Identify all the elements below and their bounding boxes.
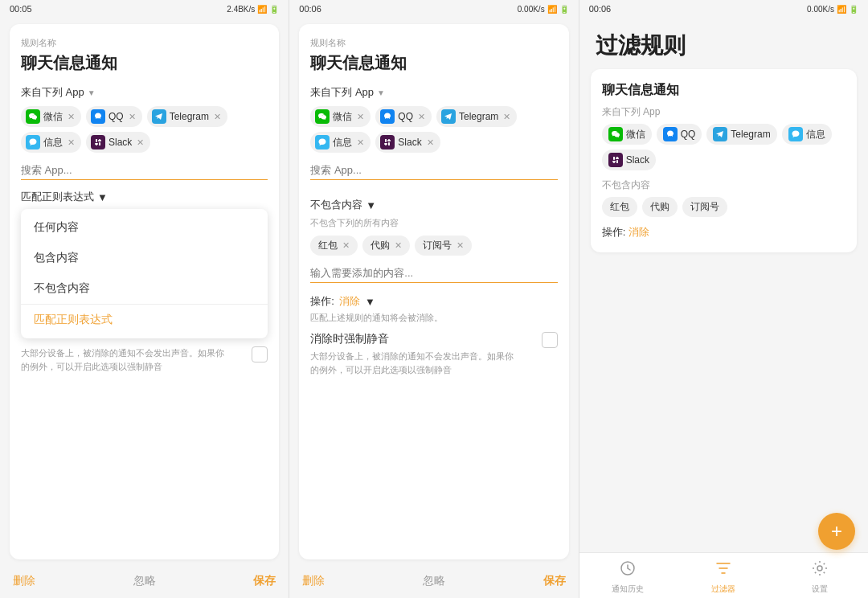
content-tag-dingyuehao-2[interactable]: 订阅号 ✕ (415, 236, 472, 256)
rule-tag-telegram-3: Telegram (706, 124, 776, 145)
wechat-close-2[interactable]: ✕ (357, 112, 364, 122)
wechat-close-1[interactable]: ✕ (68, 112, 75, 122)
svg-rect-13 (388, 142, 390, 145)
rule-app-tags-3: 微信 QQ Telegram 信息 (602, 124, 845, 170)
rule-tag-imsg-3: 信息 (782, 124, 832, 145)
action-row-2: 操作: 消除 ▼ (310, 294, 557, 309)
page-title-3: 过滤规则 (579, 18, 868, 69)
svg-rect-12 (385, 139, 387, 142)
bottom-nav-3: 通知历史 过滤器 设置 (579, 552, 868, 598)
status-bar-3: 00:06 0.00K/s 📶 🔋 (579, 0, 868, 18)
slack-icon-1 (91, 135, 105, 150)
app-tag-slack-1[interactable]: Slack ✕ (86, 132, 150, 153)
app-tag-telegram-2[interactable]: Telegram ✕ (436, 106, 517, 127)
qq-close-2[interactable]: ✕ (418, 112, 425, 122)
panel-2: 00:06 0.00K/s 📶 🔋 规则名称 聊天信息通知 来自下列 App ▼… (289, 0, 579, 598)
fab-button-3[interactable]: + (818, 513, 855, 550)
app-tag-wechat-2[interactable]: 微信 ✕ (310, 106, 371, 127)
save-button-1[interactable]: 保存 (253, 574, 276, 588)
app-tag-imsg-1[interactable]: 信息 ✕ (21, 132, 81, 153)
status-bar-1: 00:05 2.4BK/s 📶 🔋 (0, 0, 289, 18)
nav-settings[interactable]: 设置 (772, 559, 868, 595)
dropdown-regex-1[interactable]: 匹配正则表达式 (21, 304, 268, 335)
rule-card-title-3: 聊天信息通知 (602, 82, 845, 99)
settings-icon (811, 559, 829, 581)
exclude-sublabel-2: 不包含下列的所有内容 (310, 217, 557, 229)
delete-button-2[interactable]: 删除 (302, 574, 325, 588)
time-2: 00:06 (299, 4, 321, 14)
imsg-close-2[interactable]: ✕ (357, 137, 364, 148)
svg-rect-15 (387, 140, 391, 141)
ignore-button-1[interactable]: 忽略 (133, 574, 156, 588)
rule-name-label-1: 规则名称 (21, 37, 268, 49)
apps-label-1: 来自下列 App ▼ (21, 85, 268, 100)
search-app-input-1[interactable] (21, 161, 268, 180)
rule-apps-label-3: 来自下列 App (602, 105, 845, 119)
wechat-icon-2 (315, 109, 330, 124)
save-button-2[interactable]: 保存 (543, 574, 566, 588)
rule-card-3[interactable]: 聊天信息通知 来自下列 App 微信 QQ Telegram (591, 69, 857, 252)
svg-rect-5 (99, 142, 100, 145)
app-tag-telegram-1[interactable]: Telegram ✕ (147, 106, 227, 127)
svg-rect-4 (96, 139, 97, 142)
qq-icon-2 (380, 109, 395, 124)
content-add-input-2[interactable] (310, 264, 557, 283)
delete-button-1[interactable]: 删除 (13, 574, 35, 588)
rule-tag-wechat-3: 微信 (602, 124, 652, 145)
app-tag-slack-2[interactable]: Slack ✕ (375, 132, 440, 153)
rule-tag-qq-3: QQ (657, 124, 702, 145)
imsg-close-1[interactable]: ✕ (68, 137, 75, 148)
silence-row-2: 消除时强制静音 大部分设备上，被消除的通知不会发出声音。如果你的例外，可以开启此… (310, 332, 557, 376)
match-dropdown-1: 任何内容 包含内容 不包含内容 匹配正则表达式 (21, 209, 268, 338)
action-desc-2: 匹配上述规则的通知将会被消除。 (310, 312, 557, 324)
app-tag-qq-2[interactable]: QQ ✕ (375, 106, 432, 127)
dingyuehao-close-2[interactable]: ✕ (457, 240, 464, 251)
dropdown-any-1[interactable]: 任何内容 (21, 212, 268, 243)
status-icons-1: 2.4BK/s 📶 🔋 (227, 5, 279, 14)
apps-arrow-1: ▼ (88, 88, 96, 97)
app-tag-imsg-2[interactable]: 信息 ✕ (310, 132, 371, 153)
imsg-icon-2 (315, 135, 330, 150)
silence-checkbox-2[interactable] (542, 332, 558, 348)
nav-filter[interactable]: 过滤器 (675, 559, 772, 595)
app-tag-qq-1[interactable]: QQ ✕ (86, 106, 142, 127)
rule-tag-slack-3: Slack (602, 150, 656, 170)
dropdown-excludes-1[interactable]: 不包含内容 (21, 273, 268, 304)
nav-settings-label: 设置 (812, 584, 828, 595)
qq-icon-3 (663, 127, 678, 141)
slack-close-2[interactable]: ✕ (427, 137, 434, 148)
card-2: 规则名称 聊天信息通知 来自下列 App ▼ 微信 ✕ QQ ✕ (299, 24, 568, 559)
search-app-input-2[interactable] (310, 161, 557, 180)
svg-rect-20 (613, 157, 615, 160)
wechat-icon-3 (608, 127, 623, 141)
nav-history[interactable]: 通知历史 (579, 559, 676, 595)
qq-icon-1 (91, 109, 105, 124)
status-icons-3: 0.00K/s 📶 🔋 (807, 5, 858, 14)
imsg-icon-1 (26, 135, 40, 150)
daigou-close-2[interactable]: ✕ (395, 240, 402, 251)
rule-content-tags-3: 红包 代购 订阅号 (602, 197, 845, 217)
exclude-section-2: 不包含内容 ▼ 不包含下列的所有内容 红包 ✕ 代购 ✕ 订阅号 ✕ (310, 198, 557, 376)
content-tag-hongbao-2[interactable]: 红包 ✕ (310, 236, 358, 256)
rule-exclude-label-3: 不包含内容 (602, 178, 845, 192)
ignore-button-2[interactable]: 忽略 (423, 574, 445, 588)
qq-close-1[interactable]: ✕ (129, 112, 136, 122)
action-value-2: 消除 (339, 294, 360, 309)
slack-close-1[interactable]: ✕ (137, 137, 144, 148)
telegram-close-2[interactable]: ✕ (503, 112, 510, 122)
svg-rect-23 (616, 158, 619, 159)
filter-icon (714, 559, 732, 581)
content-tag-daigou-2[interactable]: 代购 ✕ (362, 236, 410, 256)
dropdown-contains-1[interactable]: 包含内容 (21, 243, 268, 273)
rule-name-label-2: 规则名称 (310, 37, 557, 49)
slack-icon-2 (380, 135, 395, 150)
silence-checkbox-1[interactable] (252, 346, 268, 362)
bottom-buttons-2: 删除 忽略 保存 (289, 566, 578, 598)
svg-rect-7 (98, 140, 101, 141)
app-tag-wechat-1[interactable]: 微信 ✕ (21, 106, 81, 127)
rule-content-dingyuehao-3: 订阅号 (682, 197, 727, 217)
imsg-icon-3 (788, 127, 803, 141)
hongbao-close-2[interactable]: ✕ (342, 240, 350, 251)
apps-label-2: 来自下列 App ▼ (310, 85, 557, 100)
telegram-close-1[interactable]: ✕ (214, 112, 221, 122)
